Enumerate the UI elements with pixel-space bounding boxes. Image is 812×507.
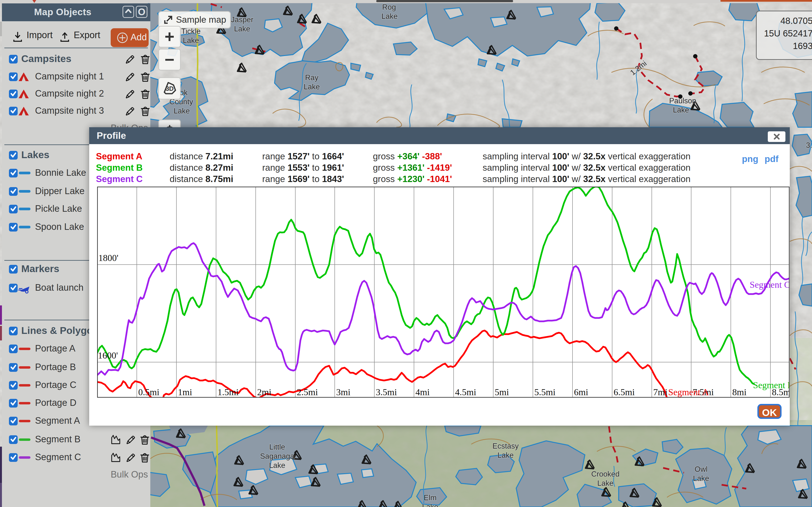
svg-text:Lake: Lake xyxy=(382,12,398,20)
svg-text:2.5mi: 2.5mi xyxy=(297,387,318,397)
svg-text:6mi: 6mi xyxy=(574,387,588,397)
svg-text:Crooked: Crooked xyxy=(591,470,619,478)
svg-text:Lake: Lake xyxy=(693,474,709,483)
svg-text:Saganaga: Saganaga xyxy=(260,452,294,460)
svg-text:Lake: Lake xyxy=(597,479,613,488)
svg-text:4mi: 4mi xyxy=(415,387,430,397)
svg-text:1mi: 1mi xyxy=(178,387,192,397)
svg-text:4.5mi: 4.5mi xyxy=(455,387,476,397)
svg-text:1.5mi: 1.5mi xyxy=(217,387,239,397)
svg-text:2mi: 2mi xyxy=(257,387,271,397)
svg-text:3.5mi: 3.5mi xyxy=(376,387,397,397)
svg-text:0.5mi: 0.5mi xyxy=(138,387,159,397)
svg-text:Lake: Lake xyxy=(304,82,320,91)
svg-text:Rog: Rog xyxy=(382,3,396,11)
svg-text:Jasper: Jasper xyxy=(231,15,253,24)
svg-text:Ray: Ray xyxy=(305,73,318,82)
svg-text:Lake: Lake xyxy=(422,503,438,507)
svg-text:5mi: 5mi xyxy=(495,387,509,397)
svg-text:3mi: 3mi xyxy=(336,387,350,397)
svg-text:7mi: 7mi xyxy=(653,387,667,397)
svg-text:Lake: Lake xyxy=(173,107,190,115)
svg-text:5.5mi: 5.5mi xyxy=(534,387,556,397)
svg-text:1600': 1600' xyxy=(98,350,118,360)
svg-text:ok: ok xyxy=(180,89,188,97)
svg-text:Lake: Lake xyxy=(269,461,285,469)
svg-text:Paulson: Paulson xyxy=(669,97,696,105)
svg-text:Owl: Owl xyxy=(695,465,707,473)
svg-text:Segment A: Segment A xyxy=(668,387,709,397)
svg-text:Lake: Lake xyxy=(234,24,250,33)
svg-text:3D: 3D xyxy=(165,85,173,92)
svg-text:Lake: Lake xyxy=(497,451,514,459)
svg-text:6.5mi: 6.5mi xyxy=(614,387,635,397)
svg-text:8mi: 8mi xyxy=(732,387,747,397)
svg-text:3.: 3. xyxy=(806,141,812,150)
svg-text:Segment B: Segment B xyxy=(753,380,790,390)
svg-text:Lake: Lake xyxy=(183,36,199,45)
svg-text:Elm: Elm xyxy=(424,494,437,502)
svg-text:Ecstasy: Ecstasy xyxy=(493,442,519,450)
svg-text:1800': 1800' xyxy=(98,253,118,263)
svg-text:Lake: Lake xyxy=(673,106,689,114)
svg-text:Segment C: Segment C xyxy=(750,280,790,290)
svg-text:Little: Little xyxy=(269,443,285,451)
